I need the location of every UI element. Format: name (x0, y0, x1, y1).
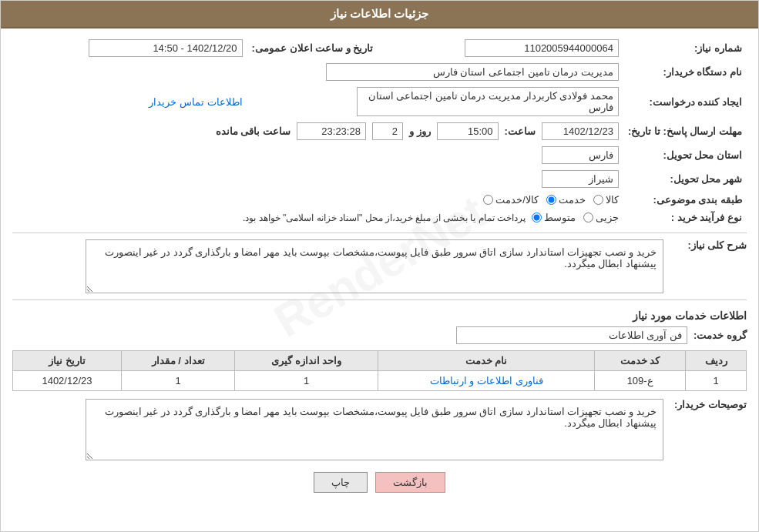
mohlat-baqi-value: 23:23:28 (297, 122, 366, 140)
mohlat-rooz-value: 2 (372, 122, 403, 140)
col-tarikh: تاریخ نیاز (13, 351, 122, 371)
mohlat-saat-value: 15:00 (437, 122, 499, 140)
baqi-label: ساعت باقی مانده (216, 125, 291, 137)
ostan-cell: فارس (12, 143, 623, 167)
cell-nam: فناوری اطلاعات و ارتباطات (378, 371, 595, 391)
tabaqe-kala-item: کالا (593, 194, 619, 206)
tabaqe-khadamat-radio[interactable] (546, 195, 556, 205)
tabaqe-kala-label: کالا (606, 194, 619, 206)
shahr-label: شهر محل تحویل: (623, 167, 747, 191)
tosihaat-textarea[interactable] (86, 399, 663, 460)
mottavasset-label: متوسط (544, 212, 576, 223)
nam-dastgah-label: نام دستگاه خریدار: (623, 60, 747, 84)
tamas-cell: اطلاعات تماس خریدار (12, 84, 247, 119)
tabaqe-khadamat-label: خدمت (559, 194, 586, 206)
farayand-desc: پرداخت تمام یا بخشی از مبلغ خرید،از محل … (243, 212, 526, 223)
table-row: 1 ع-109 فناوری اطلاعات و ارتباطات 1 1 14… (13, 371, 747, 391)
jozi-radio[interactable] (583, 212, 593, 223)
tabaqe-khadamat-item: خدمت (546, 194, 586, 206)
shomare-niaz-cell: 1102005944000064 (388, 36, 623, 60)
grohe-label: گروه خدمت: (694, 330, 747, 341)
shahr-cell: شیراز (12, 167, 623, 191)
tabaqe-cell: کالا خدمت کالا/خدمت (12, 191, 623, 209)
tarikh-cell: 1402/12/20 - 14:50 (12, 36, 247, 60)
button-bar: بازگشت چاپ (12, 472, 747, 493)
ejad-label: ایجاد کننده درخواست: (623, 84, 747, 119)
mohlat-cell: 1402/12/23 ساعت: 15:00 روز و 2 23:23:28 … (12, 119, 623, 143)
ejad-cell: محمد فولادی کاربردار مدیریت درمان تامین … (247, 84, 623, 119)
ostan-value: فارس (542, 146, 619, 164)
rooz-label: روز و (409, 125, 431, 137)
col-vahed: واحد اندازه گیری (235, 351, 378, 371)
tosihaat-section: توصیحات خریدار: (12, 399, 747, 460)
mottavasset-item: متوسط (532, 212, 576, 223)
grohe-khadamat-row: گروه خدمت: فن آوری اطلاعات (12, 326, 747, 344)
tabaqe-kala-khadamat-radio[interactable] (483, 195, 493, 205)
mohlat-date-value: 1402/12/23 (542, 122, 619, 140)
main-container: RenderNet جزئیات اطلاعات نیاز شماره نیاز… (0, 0, 759, 532)
shahr-value: شیراز (542, 170, 619, 188)
grohe-value: فن آوری اطلاعات (456, 326, 687, 344)
shomare-niaz-value: 1102005944000064 (465, 39, 619, 57)
ettela-tamas-link[interactable]: اطلاعات تماس خریدار (149, 96, 242, 108)
ostan-label: استان محل تحویل: (623, 143, 747, 167)
mottavasset-radio[interactable] (532, 212, 542, 223)
cell-vahed: 1 (235, 371, 378, 391)
tabaqe-kala-khadamat-label: کالا/خدمت (495, 194, 539, 206)
tabaqe-kala-khadamat-item: کالا/خدمت (483, 194, 539, 206)
cell-kod: ع-109 (595, 371, 686, 391)
back-button[interactable]: بازگشت (375, 472, 445, 493)
info-section: شماره نیاز: 1102005944000064 تاریخ و ساع… (12, 36, 747, 226)
nam-dastgah-cell: مدیریت درمان تامین اجتماعی استان فارس (12, 60, 623, 84)
content-area: شماره نیاز: 1102005944000064 تاریخ و ساع… (1, 28, 758, 508)
sharh-section: شرح کلی نیاز: (12, 239, 747, 293)
cell-radif: 1 (686, 371, 747, 391)
tarikh-label: تاریخ و ساعت اعلان عمومی: (247, 36, 389, 60)
col-kod: کد خدمت (595, 351, 686, 371)
divider-2 (12, 299, 747, 300)
noe-farayand-label: نوع فرآیند خرید : (623, 209, 747, 226)
services-table: ردیف کد خدمت نام خدمت واحد اندازه گیری ت… (12, 350, 747, 391)
nam-dastgah-value: مدیریت درمان تامین اجتماعی استان فارس (326, 63, 619, 81)
tarikh-value: 1402/12/20 - 14:50 (89, 39, 243, 57)
cell-tedaad: 1 (121, 371, 234, 391)
page-title: جزئیات اطلاعات نیاز (331, 7, 428, 20)
tosihaat-label: توصیحات خریدار: (670, 399, 747, 410)
col-radif: ردیف (686, 351, 747, 371)
mohlat-label: مهلت ارسال پاسخ: تا تاریخ: (623, 119, 747, 143)
cell-tarikh: 1402/12/23 (13, 371, 122, 391)
noe-farayand-cell: جزیی متوسط پرداخت تمام یا بخشی از مبلغ خ… (12, 209, 623, 226)
shomare-niaz-label: شماره نیاز: (623, 36, 747, 60)
jozi-label: جزیی (596, 212, 619, 223)
sharh-textarea[interactable] (86, 239, 663, 293)
khadamat-title: اطلاعات خدمات مورد نیاز (12, 309, 747, 322)
divider-1 (12, 233, 747, 233)
jozi-item: جزیی (583, 212, 619, 223)
sharh-label: شرح کلی نیاز: (670, 239, 747, 251)
saat-label: ساعت: (505, 125, 536, 137)
ejad-value: محمد فولادی کاربردار مدیریت درمان تامین … (357, 87, 619, 116)
tabaqe-kala-radio[interactable] (593, 195, 603, 205)
print-button[interactable]: چاپ (314, 472, 368, 493)
col-nam: نام خدمت (378, 351, 595, 371)
page-header: جزئیات اطلاعات نیاز (1, 1, 758, 28)
tabaqe-label: طبقه بندی موضوعی: (623, 191, 747, 209)
col-tedaad: تعداد / مقدار (121, 351, 234, 371)
